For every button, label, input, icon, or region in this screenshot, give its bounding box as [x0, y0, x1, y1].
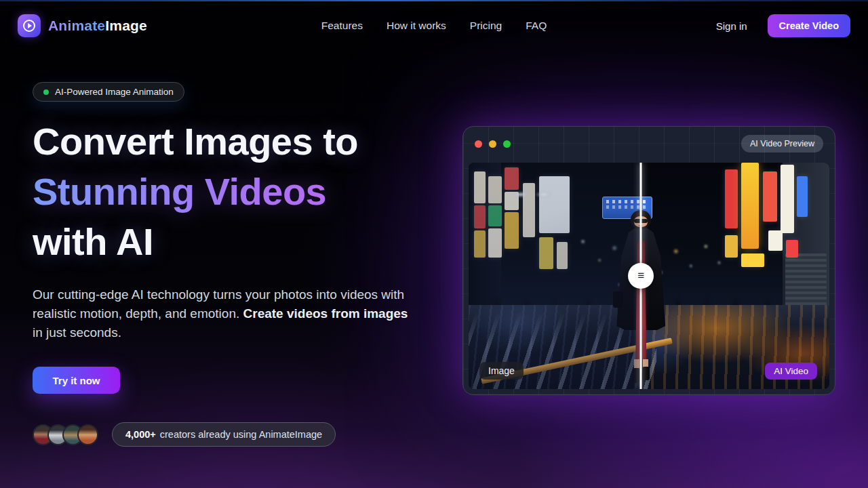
brand-second: Image — [105, 18, 147, 33]
zoom-window-icon — [503, 140, 511, 148]
social-proof-text: creators already using AnimateImage — [160, 429, 322, 440]
minimize-window-icon — [489, 140, 496, 148]
nav-how-it-works[interactable]: How it works — [387, 20, 446, 32]
site-header: AnimateImage Features How it works Prici… — [0, 1, 868, 50]
preview-window-header: AI Video Preview — [463, 127, 835, 161]
nav-features[interactable]: Features — [321, 20, 363, 32]
brand-name: AnimateImage — [48, 18, 147, 34]
header-actions: Sign in Create Video — [716, 14, 850, 37]
social-proof-pill: 4,000+ creators already using AnimateIma… — [112, 422, 336, 447]
avatar-group — [33, 424, 98, 445]
page-title: Convert Images to Stunning Videos with A… — [33, 117, 358, 267]
green-dot-icon — [43, 89, 49, 95]
social-proof: 4,000+ creators already using AnimateIma… — [33, 422, 336, 447]
nav-pricing[interactable]: Pricing — [470, 20, 502, 32]
title-line-2: Stunning Videos — [33, 167, 358, 217]
create-video-button[interactable]: Create Video — [768, 14, 850, 37]
play-icon — [18, 14, 41, 37]
after-label: AI Video — [765, 363, 817, 380]
title-line-3: with AI — [33, 217, 358, 267]
title-line-1: Convert Images to — [33, 117, 358, 167]
brand-first: Animate — [48, 18, 105, 33]
close-window-icon — [475, 140, 482, 148]
hero-badge-label: AI-Powered Image Animation — [55, 87, 174, 97]
hero-badge: AI-Powered Image Animation — [33, 82, 184, 102]
logo[interactable]: AnimateImage — [18, 14, 147, 37]
hero-description: Our cutting-edge AI technology turns you… — [33, 285, 416, 342]
sign-in-link[interactable]: Sign in — [716, 20, 747, 32]
creator-count: 4,000+ — [125, 429, 156, 440]
avatar — [77, 424, 98, 445]
try-it-now-button[interactable]: Try it now — [33, 367, 120, 394]
main-nav: Features How it works Pricing FAQ — [321, 20, 547, 32]
nav-faq[interactable]: FAQ — [526, 20, 547, 32]
before-after-compare: ≡ Image AI Video — [469, 163, 829, 389]
hero-description-bold: Create videos from images — [243, 306, 408, 321]
preview-window-badge: AI Video Preview — [741, 135, 823, 152]
hero-description-part2: in just seconds. — [33, 325, 121, 340]
drag-handle-icon[interactable]: ≡ — [628, 263, 654, 289]
preview-window: AI Video Preview — [462, 126, 835, 395]
window-controls — [475, 140, 511, 148]
before-label: Image — [479, 362, 524, 380]
